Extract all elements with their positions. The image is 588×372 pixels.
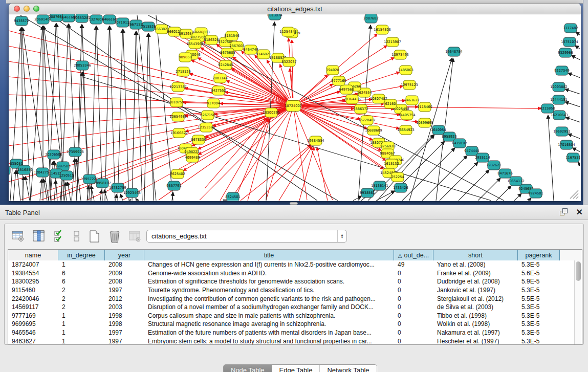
column-header-name[interactable]: name (8, 250, 58, 260)
network-node[interactable]: 16210643 (551, 111, 568, 120)
network-node[interactable]: 2087682 (363, 14, 378, 23)
table-cell[interactable]: Embryonic stem cells: a model to study s… (144, 337, 394, 345)
table-cell[interactable]: Genome-wide association studies in ADHD. (144, 269, 394, 278)
table-row[interactable]: 1938455462009Genome-wide association stu… (8, 269, 582, 278)
table-row[interactable]: 946554611997Estimation of the future num… (8, 329, 582, 337)
network-node[interactable]: 9227349 (554, 66, 569, 75)
network-node[interactable]: 8322037 (281, 57, 296, 67)
network-node[interactable]: 8267150 (200, 111, 215, 120)
table-scrollbar-thumb[interactable] (576, 261, 581, 281)
column-header-out-de-[interactable]: △out_de... (394, 250, 433, 260)
table-cell[interactable]: 9463627 (8, 337, 58, 345)
table-cell[interactable]: 1997 (105, 286, 144, 295)
network-node[interactable]: 16154808 (374, 25, 391, 34)
network-node[interactable]: 10653287 (73, 14, 91, 23)
table-cell[interactable]: 5.3E-5 (518, 260, 560, 269)
column-header-pagerank[interactable]: pagerank (518, 250, 560, 260)
table-cell[interactable]: 1998 (105, 312, 144, 320)
table-cell[interactable]: 5.3E-5 (518, 320, 560, 329)
network-node[interactable]: 2935114 (475, 153, 490, 162)
table-cell[interactable]: 0 (394, 303, 433, 312)
network-node[interactable]: 10973493 (391, 50, 409, 59)
network-node[interactable]: 16543962 (186, 39, 204, 49)
table-row[interactable]: 977716911998Corpus callosum shape and si… (8, 312, 582, 320)
table-cell[interactable]: Estimation of the future numbers of pati… (144, 329, 394, 337)
column-header-short[interactable]: short (433, 250, 518, 260)
tab-network-table[interactable]: Network Table (320, 365, 376, 372)
table-cell[interactable]: 2008 (105, 260, 144, 269)
network-node[interactable]: 794028 (326, 65, 339, 75)
table-cell[interactable]: Wolkin et al. (1998) (433, 320, 518, 329)
network-node[interactable]: 11254848 (279, 27, 297, 36)
table-cell[interactable]: Tibbo et al. (1998) (433, 312, 518, 320)
table-row[interactable]: 946362711997Embryonic stem cells: a mode… (8, 337, 582, 345)
table-cell[interactable]: 0 (394, 320, 433, 329)
table-cell[interactable]: 6 (58, 277, 105, 286)
network-node[interactable]: 12975123 (401, 80, 418, 90)
network-node[interactable]: 9463627 (404, 96, 419, 105)
table-cell[interactable]: 1 (58, 312, 105, 320)
table-cell[interactable]: 49 (394, 260, 433, 269)
table-cell[interactable]: Yano et al. (2008) (433, 260, 518, 269)
table-cell[interactable]: 0 (394, 294, 433, 303)
table-cell[interactable]: Structural magnetic resonance image aver… (144, 320, 394, 329)
table-cell[interactable]: Hescheler et al. (1997) (433, 337, 518, 345)
table-cell[interactable]: 0 (394, 277, 433, 286)
table-cell[interactable]: 9115460 (8, 286, 58, 295)
network-node[interactable]: 19384554 (307, 136, 324, 145)
table-cell[interactable]: 2012 (105, 294, 144, 303)
network-node[interactable]: 1117482 (563, 24, 578, 33)
network-node[interactable]: 10688609 (365, 126, 382, 135)
network-node[interactable]: 12444151 (550, 95, 568, 104)
network-node[interactable]: 1250515 (59, 171, 74, 180)
table-cell[interactable]: 5.3E-5 (518, 329, 560, 337)
network-node[interactable]: 39154 (9, 166, 10, 175)
network-node[interactable]: 16654923 (397, 125, 415, 135)
table-cell[interactable]: 9465546 (8, 329, 58, 337)
table-cell[interactable]: 5.6E-5 (518, 269, 560, 278)
tab-edge-table[interactable]: Edge Table (272, 365, 320, 372)
network-node[interactable]: 7515526 (141, 22, 156, 31)
network-node[interactable]: 2718126 (176, 67, 190, 76)
network-node[interactable]: 5675685 (220, 48, 235, 57)
column-header-title[interactable]: title (144, 250, 394, 260)
table-cell[interactable]: 1 (58, 260, 105, 269)
table-cell[interactable]: 5.5E-5 (518, 294, 560, 303)
table-row[interactable]: 1456911722003Disruption of a novel membe… (8, 303, 582, 312)
table-cell[interactable]: Nakamura et al. (1997) (433, 329, 518, 337)
network-node[interactable]: 8186328 (204, 35, 219, 45)
table-cell[interactable]: 2 (58, 286, 105, 295)
network-node[interactable]: 8524501 (225, 192, 240, 201)
new-table-icon[interactable] (86, 229, 102, 244)
table-row[interactable]: 969969511998Structural magnetic resonanc… (8, 320, 582, 329)
column-header-in-degree[interactable]: in_degree (58, 250, 105, 260)
network-node[interactable]: 8813074 (267, 14, 282, 20)
table-cell[interactable]: de Silva et al. (2003) (433, 303, 518, 312)
network-node[interactable]: 8678334 (191, 135, 206, 144)
network-node[interactable]: 19692951 (553, 127, 571, 136)
table-cell[interactable]: 1 (58, 337, 105, 345)
network-node[interactable]: 12353594 (198, 123, 215, 132)
table-cell[interactable]: 1 (58, 329, 105, 337)
network-node[interactable]: 20053346 (74, 61, 91, 70)
network-node[interactable]: 16648784 (445, 47, 463, 56)
table-cell[interactable]: 1997 (105, 329, 144, 337)
network-node[interactable]: 252254 (391, 172, 404, 182)
network-node[interactable]: 19166822 (170, 128, 188, 138)
network-node[interactable]: 9435572 (14, 16, 29, 26)
network-node[interactable]: 1327602 (89, 15, 103, 24)
table-cell[interactable]: 2009 (105, 269, 144, 278)
column-header-year[interactable]: year (105, 250, 144, 260)
network-node[interactable]: 12213987 (384, 37, 401, 47)
table-settings-icon[interactable] (11, 229, 26, 244)
table-cell[interactable]: 2003 (105, 303, 144, 312)
table-cell[interactable]: 2008 (105, 277, 144, 286)
network-node[interactable]: 17359928 (67, 147, 84, 157)
network-node[interactable]: 989658 (179, 53, 191, 62)
table-cell[interactable]: Stergiakouli et al. (2012) (433, 294, 518, 303)
network-node[interactable]: 7886372 (353, 104, 368, 114)
network-node[interactable]: 9924501 (528, 189, 543, 198)
table-cell[interactable]: Franke et al. (2009) (433, 269, 518, 278)
table-cell[interactable]: 22420046 (8, 294, 58, 303)
network-node[interactable]: 19958107 (94, 179, 111, 188)
